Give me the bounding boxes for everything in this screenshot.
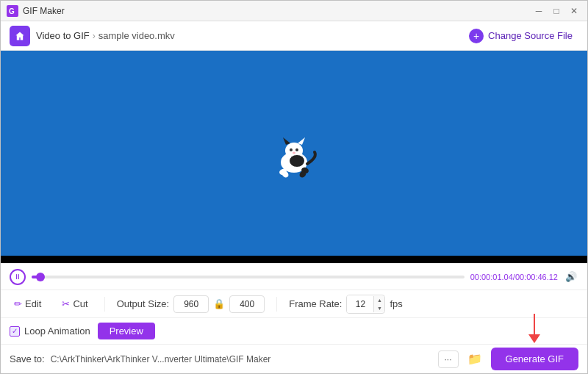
playback-controls: ⏸ 00:00:01.04/00:00:46.12 🔊 xyxy=(1,263,587,290)
scissors-icon: ✂ xyxy=(62,298,70,309)
frame-rate-input-wrapper: ▲ ▼ xyxy=(346,295,385,314)
progress-bar[interactable] xyxy=(32,276,465,278)
output-size-label: Output Size: xyxy=(117,298,170,309)
home-button[interactable] xyxy=(10,26,30,46)
play-pause-button[interactable]: ⏸ xyxy=(10,269,26,285)
folder-icon: 📁 xyxy=(467,352,482,366)
frame-rate-input[interactable] xyxy=(347,295,373,313)
frame-rate-label: Frame Rate: xyxy=(289,298,342,309)
change-source-button[interactable]: + Change Source File xyxy=(463,26,578,46)
more-options-button[interactable]: ··· xyxy=(438,350,459,368)
progress-thumb[interactable] xyxy=(36,273,45,281)
play-pause-icon: ⏸ xyxy=(14,273,21,281)
maximize-button[interactable]: □ xyxy=(549,4,564,18)
svg-text:G: G xyxy=(9,7,15,15)
minimize-button[interactable]: ─ xyxy=(531,4,546,18)
video-canvas xyxy=(1,51,587,263)
breadcrumb: Video to GIF › sample video.mkv xyxy=(36,30,175,41)
divider-1 xyxy=(104,297,105,312)
time-display: 00:00:01.04/00:00:46.12 xyxy=(470,273,558,281)
breadcrumb-root[interactable]: Video to GIF xyxy=(36,30,90,41)
loop-animation-checkbox[interactable]: ✓ Loop Animation xyxy=(10,326,90,337)
edit-pencil-icon: ✏ xyxy=(14,298,22,309)
title-bar: G GIF Maker ─ □ ✕ xyxy=(1,1,587,21)
save-path-display: C:\ArkThinker\ArkThinker V...nverter Ult… xyxy=(51,354,432,364)
window-title: GIF Maker xyxy=(23,6,531,16)
output-size-group: Output Size: 🔒 xyxy=(117,295,265,313)
svg-marker-6 xyxy=(298,137,305,145)
frame-rate-up[interactable]: ▲ xyxy=(374,296,384,304)
preview-button[interactable]: Preview xyxy=(98,323,155,339)
arrow-indicator xyxy=(528,314,540,343)
cut-button[interactable]: ✂ Cut xyxy=(57,296,92,312)
loop-bar: ✓ Loop Animation Preview xyxy=(1,317,587,344)
save-bar: Save to: C:\ArkThinker\ArkThinker V...nv… xyxy=(1,344,587,373)
generate-wrapper: Generate GIF xyxy=(491,348,578,370)
open-folder-button[interactable]: 📁 xyxy=(465,350,485,368)
svg-point-11 xyxy=(290,148,293,151)
breadcrumb-separator: › xyxy=(93,31,96,41)
arrow-shaft xyxy=(534,314,535,334)
app-icon: G xyxy=(7,5,18,17)
edit-label: Edit xyxy=(25,298,41,309)
cut-label: Cut xyxy=(73,298,87,309)
frame-spinners: ▲ ▼ xyxy=(373,296,384,312)
options-bar: ✏ Edit ✂ Cut Output Size: 🔒 Frame Rate: … xyxy=(1,290,587,317)
plus-icon: + xyxy=(469,29,484,43)
close-button[interactable]: ✕ xyxy=(567,4,581,18)
change-source-label: Change Source File xyxy=(488,30,573,41)
svg-point-13 xyxy=(293,151,295,154)
volume-button[interactable]: 🔊 xyxy=(564,270,578,284)
height-input[interactable] xyxy=(229,295,265,313)
breadcrumb-file: sample video.mkv xyxy=(98,30,175,41)
cat-image xyxy=(265,132,323,183)
current-time: 00:00:01.04 xyxy=(470,273,513,281)
width-input[interactable] xyxy=(173,295,209,313)
app-window: G GIF Maker ─ □ ✕ Video to GIF › sample … xyxy=(0,0,588,374)
frame-rate-down[interactable]: ▼ xyxy=(374,304,384,312)
generate-gif-button[interactable]: Generate GIF xyxy=(491,348,578,370)
save-to-label: Save to: xyxy=(10,353,45,364)
frame-rate-group: Frame Rate: ▲ ▼ fps xyxy=(289,295,403,314)
lock-icon[interactable]: 🔒 xyxy=(213,298,225,309)
divider-2 xyxy=(276,297,277,312)
nav-bar: Video to GIF › sample video.mkv + Change… xyxy=(1,21,587,51)
fps-label: fps xyxy=(390,298,402,309)
total-time: 00:00:46.12 xyxy=(515,273,558,281)
video-player xyxy=(1,51,587,263)
checkbox-box: ✓ xyxy=(10,326,20,337)
svg-point-4 xyxy=(290,155,304,167)
window-controls: ─ □ ✕ xyxy=(531,4,581,18)
checkbox-check-icon: ✓ xyxy=(12,327,18,335)
svg-marker-5 xyxy=(283,137,290,145)
edit-button[interactable]: ✏ Edit xyxy=(10,296,46,312)
svg-point-12 xyxy=(295,148,298,151)
arrow-head xyxy=(528,334,540,343)
volume-icon: 🔊 xyxy=(565,271,577,282)
letterbox-bottom xyxy=(1,256,587,263)
loop-animation-label: Loop Animation xyxy=(24,326,90,337)
